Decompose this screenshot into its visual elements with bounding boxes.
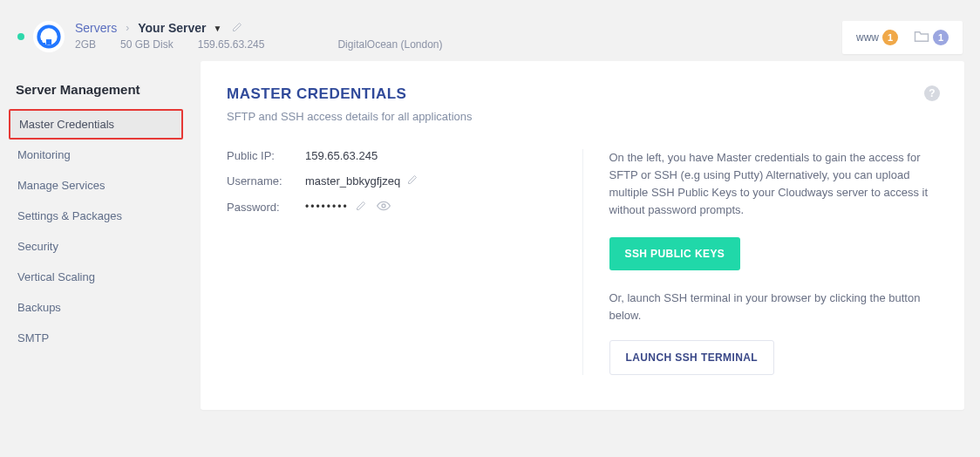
svg-rect-2 bbox=[42, 43, 45, 46]
badge-www[interactable]: www 1 bbox=[856, 30, 898, 45]
sidebar-item-backups[interactable]: Backups bbox=[9, 292, 183, 323]
edit-username-icon[interactable] bbox=[407, 174, 418, 188]
page-title: MASTER CREDENTIALS bbox=[227, 85, 938, 103]
chevron-right-icon: › bbox=[126, 22, 129, 34]
sidebar-item-vertical-scaling[interactable]: Vertical Scaling bbox=[9, 262, 183, 292]
meta-ram: 2GB bbox=[75, 38, 96, 51]
help-icon[interactable]: ? bbox=[924, 85, 940, 101]
pencil-icon[interactable] bbox=[232, 22, 242, 35]
sidebar-item-smtp[interactable]: SMTP bbox=[9, 323, 183, 353]
edit-password-icon[interactable] bbox=[356, 201, 366, 214]
username-value: master_bbkygfjzeq bbox=[305, 174, 400, 188]
caret-down-icon[interactable]: ▼ bbox=[214, 24, 222, 33]
sidebar-item-master-credentials[interactable]: Master Credentials bbox=[9, 109, 183, 140]
meta-disk: 50 GB Disk bbox=[120, 38, 174, 51]
sidebar-item-security[interactable]: Security bbox=[9, 231, 183, 262]
badge-apps-count: 1 bbox=[933, 30, 949, 45]
ssh-public-keys-button[interactable]: SSH PUBLIC KEYS bbox=[609, 237, 741, 270]
server-status-dot bbox=[17, 33, 24, 40]
password-label: Password: bbox=[227, 201, 305, 214]
svg-point-4 bbox=[382, 204, 385, 208]
launch-ssh-terminal-button[interactable]: LAUNCH SSH TERMINAL bbox=[609, 340, 775, 375]
breadcrumb-servers[interactable]: Servers bbox=[75, 21, 117, 35]
username-label: Username: bbox=[227, 174, 305, 188]
public-ip-label: Public IP: bbox=[227, 149, 305, 162]
meta-provider: DigitalOcean (London) bbox=[337, 38, 442, 51]
breadcrumb-current-server[interactable]: Your Server bbox=[138, 21, 206, 35]
badge-www-count: 1 bbox=[882, 30, 898, 45]
folder-icon bbox=[914, 31, 929, 45]
credentials-description: On the left, you have Master credentials… bbox=[609, 149, 939, 220]
sidebar-item-monitoring[interactable]: Monitoring bbox=[9, 140, 183, 170]
provider-logo bbox=[33, 21, 65, 52]
sidebar-title: Server Management bbox=[9, 82, 183, 109]
reveal-password-icon[interactable] bbox=[377, 200, 391, 214]
svg-rect-3 bbox=[39, 40, 42, 43]
page-subtitle: SFTP and SSH access details for all appl… bbox=[227, 110, 938, 123]
sidebar-item-settings-packages[interactable]: Settings & Packages bbox=[9, 201, 183, 231]
badge-www-label: www bbox=[856, 31, 879, 44]
sidebar-item-manage-services[interactable]: Manage Services bbox=[9, 170, 183, 201]
or-description: Or, launch SSH terminal in your browser … bbox=[609, 290, 939, 324]
svg-rect-1 bbox=[46, 39, 51, 44]
public-ip-value: 159.65.63.245 bbox=[305, 149, 378, 162]
password-mask: •••••••• bbox=[305, 201, 349, 213]
badge-apps[interactable]: 1 bbox=[914, 30, 949, 45]
meta-ip: 159.65.63.245 bbox=[198, 38, 265, 51]
header-badges: www 1 1 bbox=[842, 21, 963, 54]
